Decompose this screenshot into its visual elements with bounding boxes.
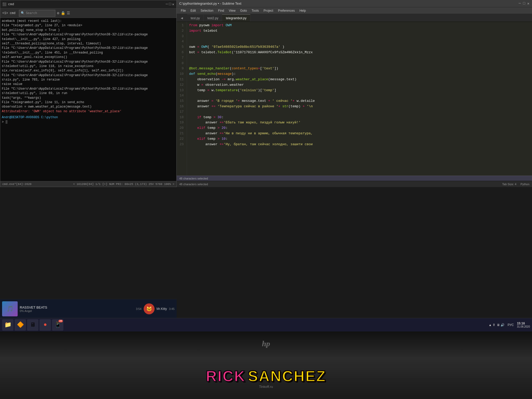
menu-edit[interactable]: Edit [188, 8, 198, 13]
search-icon: 🔍 [21, 11, 25, 15]
cmd-line: s\telebot\util.py", line 118, in raise_e… [2, 64, 175, 69]
sublime-titlebar: C:\python\telegrambot.py • - Sublime Tex… [177, 0, 532, 7]
toolbar-icon-3[interactable]: ☰ [67, 11, 70, 15]
menu-file[interactable]: File [179, 8, 188, 13]
code-line-1: from pyowm import OWM [189, 23, 530, 28]
cmd-line: task(*args, **kwargs) [2, 96, 175, 100]
line-num: 5 [179, 44, 184, 50]
minimize-button[interactable]: ─ [519, 1, 521, 6]
taskbar-lang: РУС [508, 323, 514, 327]
sublime-title-controls[interactable]: ─ □ ✕ [519, 1, 529, 6]
cmd-line: File "telegrambot.py", line 27, in <modu… [2, 23, 175, 28]
cmd-line: File "C:\Users\Andr\AppData\Local\Progra… [2, 87, 175, 91]
code-line-11: observation -= mrg.weather_at_place(mess… [189, 77, 530, 82]
cmd-line: File "C:\Users\Andr\AppData\Local\Progra… [2, 46, 175, 50]
line-num: 19 [179, 120, 184, 125]
cmd-title-text: cmd [8, 2, 14, 6]
bottom-laptop-area: hp hp RICK SANCHEZ Tinkoff.ru [0, 331, 532, 399]
line-num: 22 [179, 136, 184, 142]
taskbar-btn-files[interactable]: 📁 [2, 319, 14, 331]
taskbar-right: ▲ 🎙 🖥 🔊 РУС 15:16 31.08.2020 [489, 322, 530, 328]
cmd-icon: ⬛ [2, 2, 6, 6]
media-message: 0% Angel [20, 309, 47, 312]
line-num: 12 [179, 82, 184, 88]
code-line-9: @bot.message_handler(content_types=['tex… [189, 66, 530, 71]
close-button[interactable]: ✕ [172, 2, 174, 6]
line-num: 2 [179, 28, 184, 34]
menu-view[interactable]: View [227, 8, 238, 13]
sticker-subtext: Tinkoff.ru [259, 385, 273, 389]
line-num: 8 [179, 61, 184, 66]
tab-test-py[interactable]: test.py [187, 14, 204, 22]
taskbar-time: 15:16 [517, 322, 530, 325]
toolbar-icon-1[interactable]: ⚙ [57, 11, 59, 15]
taskbar-clock: 15:16 31.08.2020 [517, 322, 530, 328]
hp-logo-container: hp [262, 339, 270, 348]
sublime-title-text: C:\python\telegrambot.py • - Sublime Tex… [179, 2, 241, 5]
toolbar-icon-2[interactable]: 🔒 [61, 11, 65, 15]
taskbar-btn-monitor[interactable]: 🖥 [27, 319, 38, 331]
tab-test2-py[interactable]: test2.py [204, 14, 222, 22]
code-line-12: w = observation.weather [189, 82, 530, 88]
taskbar: 📁 🔶 🖥 ● 📱 20 ▲ 🎙 🖥 🔊 РУС 15:16 31.08.202… [0, 318, 532, 331]
cmd-window: ⬛ cmd ─ □ ✕ <1> cmd 🔍 Search ⚙ 🔒 ☰ aceba… [0, 0, 177, 187]
code-line-14 [189, 93, 530, 98]
monitor-icon: 🖥 [30, 321, 36, 328]
status-language: Python [521, 183, 529, 186]
code-line-10: def send_echo(message): [189, 71, 530, 77]
minimize-button[interactable]: ─ [166, 2, 168, 6]
status-selection: 48 characters selected [179, 183, 208, 186]
tab-telegrambot-py[interactable]: telegrambot.py [222, 14, 250, 22]
code-line-5: owm = OWM( '97ae54665021e0b8bc651fb93639… [189, 44, 530, 50]
menu-selection[interactable]: Selection [198, 8, 215, 13]
line-num: 3 [179, 34, 184, 39]
code-line-19: answer +='Ебать там жарко, пиздуй голым … [189, 120, 530, 125]
code-line-2: import telebot [189, 28, 530, 34]
code-line-15: answer = 'В городе '+ message.text + ' с… [189, 98, 530, 104]
cmd-search-box[interactable]: 🔍 Search [19, 10, 55, 17]
cmd-title-controls[interactable]: ─ □ ✕ [166, 2, 174, 6]
cmd-line: \telebot\__init__.py", line 451, in __th… [2, 51, 175, 55]
code-line-7 [189, 55, 530, 61]
line-num: 18 [179, 115, 184, 120]
folder-icon: 📁 [4, 321, 11, 328]
maximize-button[interactable]: □ [169, 2, 171, 6]
tab-nav-left[interactable]: ◀ [177, 14, 187, 22]
code-area[interactable]: from pyowm import OWM import telebot owm… [187, 22, 532, 176]
chat-avatar: 🐱 [144, 303, 155, 314]
menu-help[interactable]: Help [297, 8, 308, 13]
cmd-line: s\six.py", line 703, in reraise [2, 78, 175, 82]
selection-count: 48 characters selected [179, 177, 208, 180]
menu-project[interactable]: Project [262, 8, 275, 13]
chat-name: Mr.Kitty [157, 307, 167, 311]
cmd-line: Andr@DESKTOP-HVO60DS C:\python [2, 115, 175, 120]
taskbar-btn-app2[interactable]: 🔶 [15, 319, 26, 331]
statusbar-left: 48 characters selected [179, 183, 208, 186]
menu-goto[interactable]: Goto [238, 8, 249, 13]
line-num: 1 [179, 23, 184, 28]
sublime-menubar: File Edit Selection Find View Goto Tools… [177, 7, 532, 14]
taskbar-btn-browser[interactable]: ● [39, 319, 51, 331]
cmd-line: bot.polling( none_stop = True ) [2, 28, 175, 32]
sublime-window: C:\python\telegrambot.py • - Sublime Tex… [177, 0, 532, 187]
menu-find[interactable]: Find [216, 8, 226, 13]
taskbar-btn-telegram[interactable]: 📱 20 [52, 319, 63, 331]
media-info: RASSVET BEATS 0% Angel [20, 305, 47, 312]
sticker-sanchez: SANCHEZ [248, 367, 326, 385]
menu-preferences[interactable]: Preferences [276, 8, 297, 13]
cmd-line: s\telebot\util.py", line 69, in run [2, 91, 175, 96]
cmd-path: Andr@DESKTOP-HVO60DS C:\python [2, 116, 58, 119]
code-line-4 [189, 39, 530, 44]
line-num: 16 [179, 104, 184, 109]
search-placeholder: Search [26, 11, 37, 15]
cmd-line: File "C:\Users\Andr\AppData\Local\Progra… [2, 32, 175, 37]
line-num: 14 [179, 93, 184, 98]
media-strip: 🎵 RASSVET BEATS 0% Angel 3:54 🐱 Mr.Kitty… [0, 299, 177, 318]
sublime-editor: 1 2 3 4 5 6 7 8 9 10 11 12 13 14 15 16 1… [177, 22, 532, 176]
code-line-20: elif temp > 20: [189, 125, 530, 131]
maximize-button[interactable]: □ [523, 1, 525, 6]
menu-tools[interactable]: Tools [250, 8, 261, 13]
taskbar-sys-icons: ▲ 🎙 🖥 🔊 [489, 323, 504, 327]
close-button[interactable]: ✕ [527, 1, 529, 6]
line-num: 10 [179, 71, 184, 77]
